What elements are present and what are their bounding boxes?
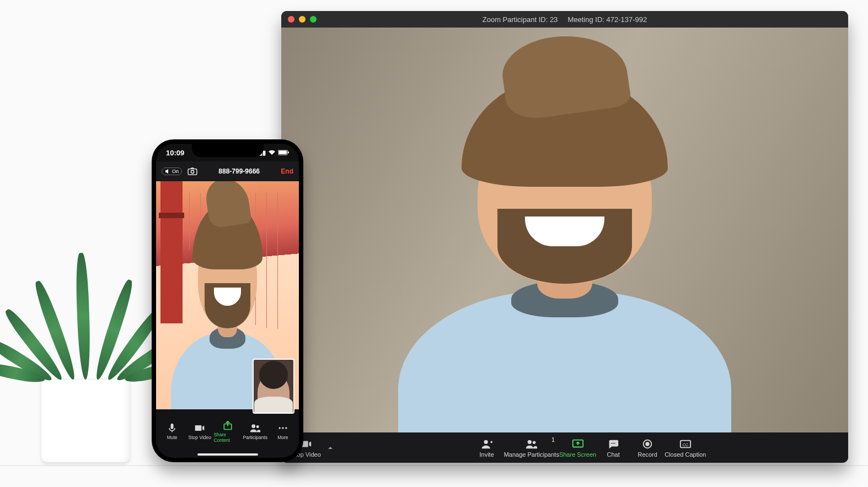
more-dots-icon [277,423,288,434]
video-camera-icon [194,423,205,434]
microphone-icon [167,423,178,434]
phone-more-button[interactable]: More [269,423,297,440]
invite-button[interactable]: Invite [470,438,504,458]
phone-meeting-toolbar: Mute Stop Video Share Content Participan… [156,409,299,458]
phone-stop-video-button[interactable]: Stop Video [186,423,213,440]
self-view-thumbnail[interactable] [253,359,294,414]
video-options-caret-icon[interactable] [328,445,333,451]
window-minimize-icon[interactable] [299,16,306,23]
participant-id-label: Zoom Participant ID: 23 [483,15,558,24]
phone-more-label: More [277,435,288,440]
svg-rect-16 [171,424,174,429]
window-zoom-icon[interactable] [310,16,317,23]
svg-point-6 [614,442,615,443]
share-screen-button[interactable]: Share Screen [559,438,596,458]
svg-point-4 [612,442,613,443]
participants-icon [250,423,261,434]
meeting-toolbar: Stop Video Invite 1 Manage Participants … [281,432,848,463]
window-close-icon[interactable] [288,16,294,23]
chat-button[interactable]: Chat [596,438,630,458]
end-call-button[interactable]: End [281,167,293,175]
svg-point-21 [282,427,283,429]
share-screen-label: Share Screen [559,451,596,458]
window-titlebar: Zoom Participant ID: 23 Meeting ID: 472-… [281,11,848,28]
svg-point-8 [646,442,649,446]
plant-pot [41,369,130,462]
svg-rect-13 [288,151,289,154]
manage-participants-button[interactable]: 1 Manage Participants [504,438,559,458]
svg-point-20 [278,427,280,429]
svg-point-18 [251,424,255,428]
svg-rect-12 [278,150,287,154]
wifi-icon [268,150,276,155]
invite-icon [481,438,493,450]
closed-caption-label: Closed Caption [665,451,706,458]
invite-label: Invite [479,451,494,458]
status-time: 10:09 [166,149,184,157]
phone-stop-video-label: Stop Video [189,435,211,440]
shelf-shadow [0,465,868,466]
call-number: 888-799-9666 [203,167,275,175]
share-screen-icon [572,438,584,450]
speaker-toggle[interactable]: On [162,167,182,175]
closed-caption-button[interactable]: CC Closed Caption [665,438,706,458]
participant-video-person [366,60,763,432]
phone-share-content-label: Share Content [213,432,241,443]
svg-point-5 [613,442,614,443]
phone-screen: 10:09 ▮▮▮▮ On 888-799-9666 End [156,144,299,458]
participants-count-badge: 1 [551,437,555,443]
record-label: Record [637,451,657,458]
phone-call-header: On 888-799-9666 End [156,161,299,181]
record-icon [641,438,653,450]
phone-notch [192,144,264,157]
svg-point-2 [533,441,536,444]
phone-mute-button[interactable]: Mute [158,423,186,440]
svg-text:CC: CC [682,442,688,447]
zoom-desktop-window: Zoom Participant ID: 23 Meeting ID: 472-… [281,11,848,463]
participants-icon [526,438,538,450]
phone-participants-button[interactable]: Participants [242,423,269,440]
svg-point-19 [256,425,259,428]
home-indicator[interactable] [197,453,258,456]
phone-share-content-button[interactable]: Share Content [213,420,241,443]
decorative-plant [17,231,154,462]
share-up-icon [222,420,233,431]
phone-participants-label: Participants [243,435,267,440]
record-button[interactable]: Record [630,438,665,458]
svg-point-22 [285,427,287,429]
speaker-icon [165,169,170,174]
chat-label: Chat [607,451,620,458]
self-view-person [258,373,290,413]
svg-point-15 [191,170,194,173]
meeting-id-label: Meeting ID: 472-137-992 [567,15,647,24]
zoom-phone-device: 10:09 ▮▮▮▮ On 888-799-9666 End [152,139,303,462]
closed-caption-icon: CC [679,438,692,450]
manage-participants-label: Manage Participants [504,451,559,458]
chat-icon [607,438,619,450]
svg-point-0 [484,440,487,443]
svg-rect-14 [188,169,197,175]
main-video-feed [281,28,848,432]
switch-camera-icon[interactable] [187,167,197,175]
speaker-on-label: On [172,169,179,174]
phone-mute-label: Mute [167,435,178,440]
battery-icon [278,150,289,155]
svg-point-1 [527,440,531,443]
